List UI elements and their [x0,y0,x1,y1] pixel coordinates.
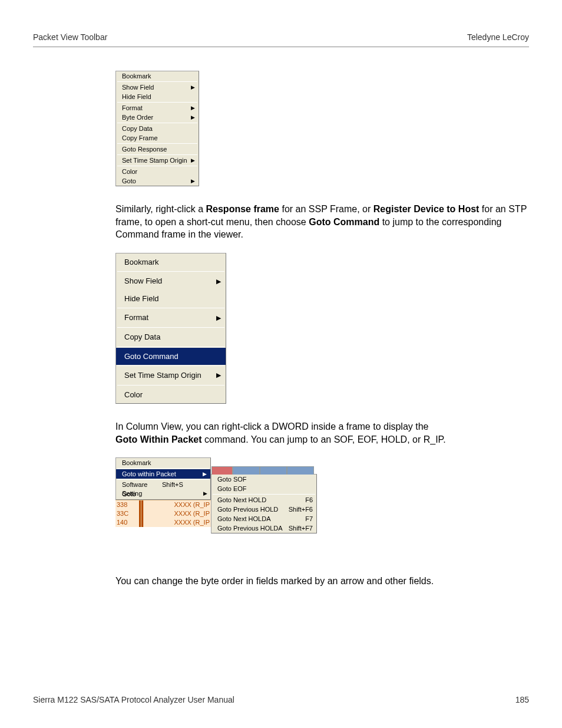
menu-separator [117,166,197,166]
menu-separator [117,81,197,82]
menu-separator [117,479,209,480]
data-row[interactable]: 33C XXXX (R_IP [115,509,211,518]
menu-item-show-field[interactable]: Show Field▶ [116,272,226,290]
tab[interactable] [211,466,233,475]
menu-separator [117,102,197,103]
tab[interactable] [260,466,287,475]
context-menu-3-submenu: Goto SOF Goto EOF Goto Next HOLDF6 Goto … [211,474,317,533]
submenu-item-goto-next-holda[interactable]: Goto Next HOLDAF7 [211,514,316,523]
menu-item-hide-field[interactable]: Hide Field [116,290,226,308]
submenu-item-goto-next-hold[interactable]: Goto Next HOLDF6 [211,495,316,505]
menu-separator [117,327,224,328]
menu-item-goto[interactable]: Goto ▶ [116,490,210,499]
submenu-arrow-icon: ▶ [191,157,195,164]
menu-item-color[interactable]: Color [116,167,199,176]
paragraph-3: You can change the byte order in fields … [115,575,529,588]
menu-item-hide-field[interactable]: Hide Field [116,92,199,101]
menu-item-goto-response[interactable]: Goto Response [116,144,199,154]
submenu-arrow-icon: ▶ [216,314,221,322]
menu-item-copy-frame[interactable]: Copy Frame [116,133,199,143]
context-menu-2: Bookmark Show Field▶ Hide Field Format▶ … [115,253,226,404]
submenu-arrow-icon: ▶ [216,277,221,286]
menu-item-bookmark[interactable]: Bookmark [116,253,226,271]
menu-item-format[interactable]: Format▶ [116,103,199,113]
submenu-item-goto-prev-hold[interactable]: Goto Previous HOLDShift+F6 [211,505,316,514]
menu-item-copy-data[interactable]: Copy Data [116,328,226,346]
context-menu-3-left: Bookmark Goto within Packet▶ Software Se… [115,457,211,500]
menu-item-show-field[interactable]: Show Field▶ [116,83,199,92]
menu-item-goto[interactable]: Goto▶ [116,176,199,186]
submenu-arrow-icon: ▶ [203,490,210,499]
context-menu-1: Bookmark Show Field▶ Hide Field Format▶ … [115,71,199,186]
menu-item-copy-data[interactable]: Copy Data [116,124,199,133]
menu-separator [117,385,224,386]
menu-separator [117,154,197,155]
tab[interactable] [233,466,260,475]
header-right: Teledyne LeCroy [467,32,529,42]
footer-left: Sierra M122 SAS/SATA Protocol Analyzer U… [33,695,234,704]
menu-item-bookmark[interactable]: Bookmark [116,71,199,81]
menu-item-byte-order[interactable]: Byte Order▶ [116,113,199,122]
submenu-arrow-icon: ▶ [191,177,195,185]
menu-item-goto-command[interactable]: Goto Command [116,348,226,365]
menu-item-format[interactable]: Format▶ [116,309,226,327]
menu-item-color[interactable]: Color [116,386,226,404]
menu-separator [117,468,209,469]
menu-item-set-timestamp-origin[interactable]: Set Time Stamp Origin▶ [116,156,199,165]
submenu-arrow-icon: ▶ [203,470,207,477]
footer-page-number: 185 [515,695,529,704]
tab-strip [211,466,314,475]
menu-separator [117,365,224,366]
data-row[interactable]: 338 XXXX (R_IP [115,500,211,509]
submenu-arrow-icon: ▶ [191,104,195,111]
menu-separator [117,143,197,144]
menu-item-bookmark[interactable]: Bookmark [116,458,210,467]
menu-item-software-setting[interactable]: Software Setting Shift+S [116,480,210,490]
data-rows: 338 XXXX (R_IP 33C XXXX (R_IP 140 XXXX (… [115,500,211,527]
submenu-arrow-icon: ▶ [191,114,195,121]
menu-separator [213,494,315,495]
menu-separator [117,347,224,347]
menu-separator [117,123,197,123]
header-left: Packet View Toolbar [33,32,107,42]
data-row[interactable]: 140 XXXX (R_IP [115,518,211,527]
paragraph-1: Similarly, right-click a Response frame … [115,203,529,241]
submenu-item-goto-sof[interactable]: Goto SOF [211,475,316,484]
menu-item-set-timestamp-origin[interactable]: Set Time Stamp Origin▶ [116,367,226,384]
menu-separator [117,308,224,308]
submenu-item-goto-prev-holda[interactable]: Goto Previous HOLDAShift+F7 [211,523,316,533]
context-menu-3-cluster: Bookmark Goto within Packet▶ Software Se… [115,457,529,533]
submenu-arrow-icon: ▶ [216,371,221,380]
tab[interactable] [287,466,314,475]
menu-separator [117,271,224,272]
menu-item-goto-within-packet[interactable]: Goto within Packet▶ [116,469,210,479]
paragraph-2: In Column View, you can right-click a DW… [115,420,529,446]
submenu-arrow-icon: ▶ [191,84,195,91]
submenu-item-goto-eof[interactable]: Goto EOF [211,484,316,493]
